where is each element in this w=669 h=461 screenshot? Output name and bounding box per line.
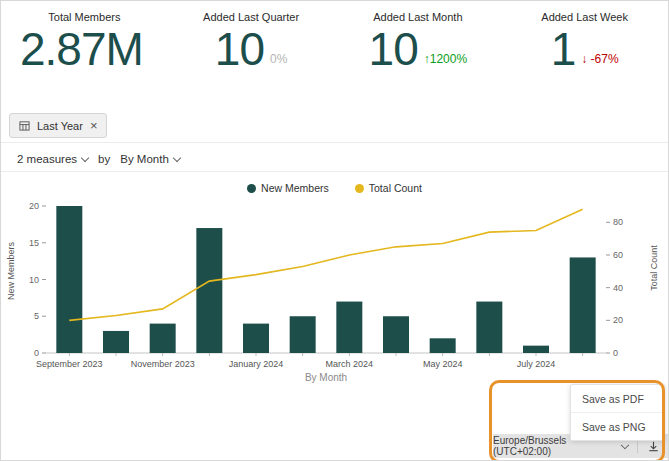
chevron-down-icon (621, 440, 629, 448)
download-icon (647, 440, 660, 453)
kpi-total-members: Total Members 2.87M (1, 1, 168, 105)
bar[interactable] (243, 324, 269, 353)
legend-dot (355, 184, 364, 193)
divider (1, 142, 668, 143)
kpi-added-last-quarter: Added Last Quarter 10 0% (168, 1, 335, 105)
close-icon[interactable]: × (90, 119, 98, 132)
kpi-row: Total Members 2.87M Added Last Quarter 1… (1, 1, 668, 105)
download-button[interactable] (647, 440, 660, 453)
dashboard: Total Members 2.87M Added Last Quarter 1… (0, 0, 669, 461)
kpi-label: Added Last Month (373, 11, 462, 23)
svg-text:20: 20 (29, 201, 39, 211)
measures-label: 2 measures (17, 153, 77, 165)
legend-item-new-members[interactable]: New Members (247, 182, 329, 194)
svg-text:80: 80 (613, 217, 623, 227)
bar[interactable] (523, 346, 549, 353)
dimension-label: By Month (120, 153, 169, 165)
bar[interactable] (56, 206, 82, 353)
export-menu: Save as PDF Save as PNG (570, 384, 665, 441)
svg-text:September 2023: September 2023 (36, 359, 103, 369)
svg-text:10: 10 (29, 275, 39, 285)
bar[interactable] (196, 228, 222, 353)
bar[interactable] (430, 338, 456, 353)
menu-item-save-as-pdf[interactable]: Save as PDF (571, 385, 664, 412)
divider (637, 439, 638, 453)
svg-text:0: 0 (613, 348, 618, 358)
legend-label: New Members (261, 182, 329, 194)
bar[interactable] (570, 257, 596, 353)
combo-chart[interactable]: 05101520020406080September 2023November … (1, 198, 669, 393)
kpi-change: ↑1200% (424, 52, 467, 66)
by-label: by (98, 153, 110, 165)
measures-dropdown[interactable]: 2 measures (17, 153, 88, 165)
svg-text:November 2023: November 2023 (131, 359, 195, 369)
svg-text:0: 0 (34, 348, 39, 358)
chevron-down-icon (173, 153, 181, 161)
kpi-label: Added Last Week (541, 11, 628, 23)
kpi-added-last-month: Added Last Month 10 ↑1200% (335, 1, 502, 105)
menu-item-save-as-png[interactable]: Save as PNG (571, 412, 664, 440)
kpi-value: 10 (215, 23, 264, 76)
kpi-label: Total Members (48, 11, 120, 23)
svg-text:20: 20 (613, 315, 623, 325)
svg-text:5: 5 (34, 311, 39, 321)
kpi-change: ↓ -67% (581, 52, 618, 66)
svg-text:15: 15 (29, 238, 39, 248)
kpi-value: 1 (551, 23, 576, 76)
bar[interactable] (383, 316, 409, 353)
bar[interactable] (150, 324, 176, 353)
svg-text:January 2024: January 2024 (229, 359, 284, 369)
chart-controls: 2 measures by By Month (17, 148, 180, 170)
svg-text:40: 40 (613, 283, 623, 293)
bar[interactable] (336, 302, 362, 353)
svg-text:July 2024: July 2024 (517, 359, 556, 369)
svg-text:60: 60 (613, 250, 623, 260)
divider (1, 171, 668, 172)
kpi-value: 2.87M (20, 23, 143, 76)
kpi-added-last-week: Added Last Week 1 ↓ -67% (501, 1, 668, 105)
bar[interactable] (476, 302, 502, 353)
kpi-label: Added Last Quarter (203, 11, 299, 23)
bar[interactable] (290, 316, 316, 353)
bar[interactable] (103, 331, 129, 353)
svg-text:March 2024: March 2024 (326, 359, 374, 369)
chevron-down-icon (81, 153, 89, 161)
filter-chip-label: Last Year (37, 120, 83, 132)
kpi-change: 0% (270, 52, 287, 66)
legend-dot (247, 184, 256, 193)
legend-label: Total Count (369, 182, 422, 194)
filter-chip-last-year[interactable]: Last Year × (9, 113, 107, 138)
chart-legend: New Members Total Count (1, 182, 668, 194)
kpi-value: 10 (369, 23, 418, 76)
calendar-icon (19, 120, 30, 131)
svg-text:May 2024: May 2024 (423, 359, 463, 369)
dimension-dropdown[interactable]: By Month (120, 153, 180, 165)
line-series[interactable] (69, 209, 582, 320)
legend-item-total-count[interactable]: Total Count (355, 182, 422, 194)
